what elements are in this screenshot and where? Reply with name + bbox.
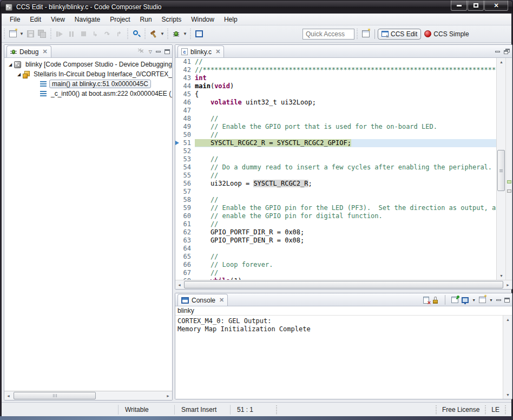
code-line[interactable]: 65 // (175, 253, 496, 261)
menu-file[interactable]: File (5, 14, 25, 25)
occurrence-marker[interactable] (507, 189, 511, 193)
code-line[interactable]: 56 ui32Loop = SYSCTL_RCGC2_R; (175, 180, 496, 188)
code-line[interactable]: 50 // (175, 131, 496, 139)
scroll-right-icon[interactable]: ► (164, 391, 172, 401)
quick-access-input[interactable] (302, 29, 354, 40)
save-all-button[interactable] (36, 28, 48, 40)
overview-ruler[interactable] (505, 58, 512, 280)
code-line[interactable]: 44main(void) (175, 82, 496, 90)
pause-button[interactable] (65, 28, 77, 40)
code-line[interactable]: 41// (175, 58, 496, 66)
maximize-console-icon[interactable] (504, 298, 510, 303)
maximize-view-icon[interactable] (165, 49, 170, 54)
code-line[interactable]: 67 // (175, 269, 496, 277)
menu-view[interactable]: View (46, 14, 70, 25)
editor-hscrollbar[interactable]: ◄ ► (175, 280, 512, 289)
console-output[interactable]: CORTEX_M4_0: GEL Output:Memory Map Initi… (175, 316, 503, 399)
resume-button[interactable] (54, 28, 65, 40)
scroll-up-icon[interactable]: ▲ (503, 316, 512, 324)
debug-button[interactable] (170, 28, 182, 40)
code-line[interactable]: 66 // Loop forever. (175, 261, 496, 269)
tab-console-close-icon[interactable]: ✕ (219, 297, 224, 304)
tab-blinky-c[interactable]: c blinky.c ✕ (177, 45, 224, 57)
perspective-ccs-edit[interactable]: CCS Edit (378, 29, 421, 40)
step-into-button[interactable]: ↳ (89, 28, 101, 40)
debug-dropdown[interactable]: ▼ (182, 28, 188, 40)
menu-window[interactable]: Window (186, 14, 219, 25)
menu-navigate[interactable]: Navigate (70, 14, 105, 25)
scroll-up-icon[interactable]: ▲ (497, 58, 506, 66)
code-line[interactable]: 52 (175, 147, 496, 155)
open-console-dropdown[interactable]: ▼ (489, 298, 493, 302)
minimize-view-icon[interactable] (156, 51, 161, 52)
open-window-button[interactable] (193, 28, 205, 40)
code-line[interactable]: 55 // (175, 172, 496, 180)
code-line[interactable]: 62 GPIO_PORTF_DIR_R = 0x08; (175, 228, 496, 237)
scroll-left-icon[interactable]: ◄ (4, 391, 12, 401)
search-button[interactable] (130, 28, 142, 40)
tab-console[interactable]: Console ✕ (177, 294, 228, 306)
expand-arrow-icon[interactable]: ◢ (15, 72, 23, 77)
tab-blinky-c-close-icon[interactable]: ✕ (215, 48, 220, 55)
display-console-icon[interactable] (462, 297, 469, 303)
code-line[interactable]: 60 // enable the GPIO pin for digital fu… (175, 212, 496, 220)
menu-edit[interactable]: Edit (25, 14, 46, 25)
menu-scripts[interactable]: Scripts (157, 14, 187, 25)
expand-arrow-icon[interactable]: ◢ (6, 62, 14, 67)
restore-editor-icon[interactable] (504, 49, 510, 54)
editor-vscrollbar[interactable]: ▲ ▼ (496, 58, 505, 280)
minimize-editor-icon[interactable] (495, 51, 500, 52)
maximize-button[interactable] (468, 1, 484, 11)
scroll-down-icon[interactable]: ▼ (497, 272, 506, 280)
terminate-button[interactable] (77, 28, 89, 40)
step-return-button[interactable]: ↱ (113, 28, 125, 40)
code-area[interactable]: 41//42//********************************… (175, 58, 496, 280)
tree-item[interactable]: main() at blinky.c:51 0x0000045C (4, 79, 172, 89)
code-line[interactable]: 58 // (175, 196, 496, 204)
minimize-button[interactable] (451, 1, 467, 11)
code-line[interactable]: 46 volatile uint32_t ui32Loop; (175, 99, 496, 107)
tab-debug[interactable]: Debug ✕ (6, 45, 51, 57)
new-file-dropdown[interactable]: ▼ (19, 28, 24, 40)
code-line[interactable]: 53 // (175, 155, 496, 163)
tree-item[interactable]: ◢blinky [Code Composer Studio - Device D… (4, 60, 172, 69)
console-vscrollbar[interactable]: ▲ ▼ (503, 316, 512, 399)
code-line[interactable]: 63 GPIO_PORTF_DEN_R = 0x08; (175, 237, 496, 245)
code-line[interactable]: 51 SYSCTL_RCGC2_R = SYSCTL_RCGC2_GPIOF; (175, 139, 496, 147)
menu-help[interactable]: Help (219, 14, 242, 25)
tab-debug-close-icon[interactable]: ✕ (42, 48, 47, 55)
display-console-dropdown[interactable]: ▼ (472, 298, 476, 302)
scroll-lock-icon[interactable] (432, 297, 439, 304)
clear-console-icon[interactable] (423, 297, 429, 304)
close-button[interactable]: ✕ (484, 1, 508, 11)
open-perspective-button[interactable] (360, 28, 372, 40)
code-line[interactable]: 45{ (175, 90, 496, 99)
minimize-console-icon[interactable] (496, 299, 501, 301)
code-line[interactable]: 49 // Enable the GPIO port that is used … (175, 123, 496, 131)
tree-item[interactable]: ◢Stellaris In-Circuit Debug Interface_0/… (4, 69, 172, 79)
code-line[interactable]: 57 (175, 188, 496, 196)
open-console-icon[interactable] (479, 297, 486, 303)
code-line[interactable]: 61 // (175, 220, 496, 228)
build-dropdown[interactable]: ▼ (160, 28, 165, 40)
tree-item[interactable]: _c_int00() at boot.asm:222 0x000004EE (_… (4, 89, 172, 99)
view-menu-icon[interactable]: ▽ (149, 49, 152, 54)
perspective-ccs-simple[interactable]: CCS Simple (421, 29, 472, 39)
scroll-left-icon[interactable]: ◄ (175, 280, 183, 290)
code-line[interactable]: 64 (175, 245, 496, 253)
new-file-button[interactable] (7, 28, 19, 40)
step-over-button[interactable]: ↷ (101, 28, 113, 40)
code-line[interactable]: 43int (175, 74, 496, 82)
menu-run[interactable]: Run (135, 14, 157, 25)
remove-all-terminated-icon[interactable] (137, 48, 145, 55)
build-button[interactable] (148, 28, 160, 40)
scroll-down-icon[interactable]: ▼ (503, 391, 512, 399)
code-line[interactable]: 48 // (175, 115, 496, 123)
scroll-right-icon[interactable]: ► (504, 280, 512, 290)
code-line[interactable]: 42//************************************… (175, 66, 496, 74)
code-line[interactable]: 59 // Enable the GPIO pin for the LED (P… (175, 204, 496, 212)
pin-console-icon[interactable] (451, 297, 458, 303)
menu-project[interactable]: Project (105, 14, 135, 25)
code-line[interactable]: 47 (175, 107, 496, 115)
debug-line-marker[interactable] (507, 180, 511, 183)
